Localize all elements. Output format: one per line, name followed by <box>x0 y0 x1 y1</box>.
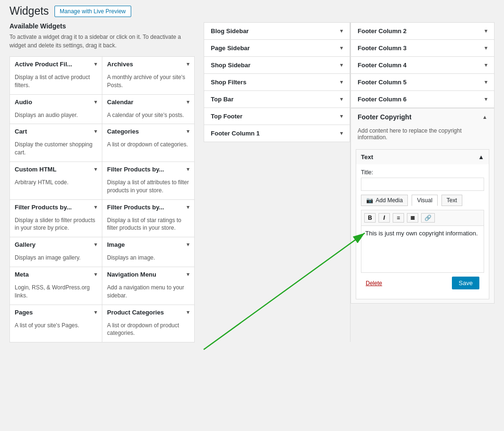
right-sections: Footer Column 2 ▾ Footer Column 3 ▾ Foot… <box>351 22 495 108</box>
title-input[interactable] <box>361 178 484 191</box>
sidebar-header[interactable]: Shop Filters ▾ <box>204 74 350 90</box>
widget-header[interactable]: Active Product Fil... ▾ <box>10 57 102 72</box>
widget-item[interactable]: Cart ▾ Display the customer shopping car… <box>9 124 102 162</box>
text-widget-chevron-up: ▲ <box>478 153 484 161</box>
widget-header[interactable]: Audio ▾ <box>10 95 102 109</box>
widget-item[interactable]: Navigation Menu ▾ Add a navigation menu … <box>102 267 195 305</box>
widget-item[interactable]: Calendar ▾ A calendar of your site's pos… <box>102 94 195 125</box>
widget-desc: A list of your site's Pages. <box>10 320 102 334</box>
text-widget-header[interactable]: Text ▲ <box>356 150 489 164</box>
text-widget: Text ▲ Title: 📷 Add Media Visual Tex <box>356 149 489 299</box>
right-sidebar-name: Footer Column 4 <box>358 62 406 69</box>
widget-name: Image <box>107 241 125 248</box>
unordered-list-button[interactable]: ≡ <box>393 213 404 223</box>
add-media-label: Add Media <box>376 197 403 204</box>
add-media-button[interactable]: 📷 Add Media <box>361 195 408 206</box>
widget-name: Filter Products by... <box>107 204 164 211</box>
link-button[interactable]: 🔗 <box>421 213 435 223</box>
chevron-up-icon: ▲ <box>482 114 487 120</box>
right-sidebar-header[interactable]: Footer Column 5 ▾ <box>351 74 494 90</box>
sidebar-header[interactable]: Blog Sidebar ▾ <box>204 23 350 39</box>
sidebar-header[interactable]: Shop Sidebar ▾ <box>204 57 350 73</box>
sidebar-header[interactable]: Footer Column 1 ▾ <box>204 125 350 142</box>
widget-desc: Display a list of active product filters… <box>10 72 102 94</box>
widget-header[interactable]: Custom HTML ▾ <box>10 162 102 177</box>
widget-desc: Display a list of attributes to filter p… <box>102 177 194 199</box>
chevron-down-icon: ▾ <box>187 61 189 67</box>
chevron-down-icon: ▾ <box>485 28 487 34</box>
chevron-down-icon: ▾ <box>187 204 189 210</box>
right-sidebar-header[interactable]: Footer Column 3 ▾ <box>351 40 494 56</box>
right-sidebar-name: Footer Column 3 <box>358 45 406 52</box>
chevron-down-icon: ▾ <box>94 166 97 172</box>
text-tab-button[interactable]: Text <box>441 195 462 206</box>
sidebar-header[interactable]: Top Bar ▾ <box>204 91 350 108</box>
chevron-down-icon: ▾ <box>340 45 343 51</box>
chevron-down-icon: ▾ <box>94 128 97 135</box>
widget-header[interactable]: Filter Products by... ▾ <box>102 162 194 177</box>
available-widgets-desc: To activate a widget drag it to a sideba… <box>9 33 194 50</box>
widget-header[interactable]: Cart ▾ <box>10 124 102 139</box>
widget-header[interactable]: Gallery ▾ <box>10 237 102 252</box>
visual-tab-button[interactable]: Visual <box>412 195 437 206</box>
footer-copyright-header[interactable]: Footer Copyright ▲ <box>351 108 494 126</box>
save-button[interactable]: Save <box>452 277 479 289</box>
widget-header[interactable]: Pages ▾ <box>10 305 102 320</box>
footer-copyright-section: Footer Copyright ▲ Add content here to r… <box>351 108 495 304</box>
widget-item[interactable]: Audio ▾ Displays an audio player. <box>9 94 102 125</box>
content-area[interactable]: This is just my own copyright informatio… <box>361 225 484 273</box>
ordered-list-button[interactable]: ≣ <box>407 213 418 223</box>
chevron-down-icon: ▾ <box>94 271 97 278</box>
widget-item[interactable]: Archives ▾ A monthly archive of your sit… <box>102 56 195 95</box>
widget-item[interactable]: Filter Products by... ▾ Display a slider… <box>9 199 102 238</box>
sidebar-name: Blog Sidebar <box>211 27 249 35</box>
right-sidebar-name: Footer Column 5 <box>358 79 406 86</box>
widget-item[interactable]: Custom HTML ▾ Arbitrary HTML code. <box>9 162 102 200</box>
widget-desc: Display the customer shopping cart. <box>10 139 102 162</box>
widget-header[interactable]: Navigation Menu ▾ <box>102 267 194 282</box>
widget-header[interactable]: Product Categories ▾ <box>102 305 194 320</box>
widget-item[interactable]: Active Product Fil... ▾ Display a list o… <box>9 56 102 95</box>
sidebar-section: Blog Sidebar ▾ <box>204 22 350 39</box>
widget-item[interactable]: Gallery ▾ Displays an image gallery. <box>9 237 102 267</box>
right-sidebar-header[interactable]: Footer Column 2 ▾ <box>351 23 494 39</box>
widget-item[interactable]: Meta ▾ Login, RSS, & WordPress.org links… <box>9 267 102 305</box>
italic-button[interactable]: I <box>378 213 390 223</box>
sidebar-header[interactable]: Top Footer ▾ <box>204 108 350 125</box>
widget-desc: Displays an image gallery. <box>10 252 102 267</box>
sidebar-header[interactable]: Page Sidebar ▾ <box>204 40 350 56</box>
widget-name: Navigation Menu <box>107 271 156 278</box>
right-sidebar-header[interactable]: Footer Column 6 ▾ <box>351 91 494 108</box>
widget-item[interactable]: Image ▾ Displays an image. <box>102 237 195 267</box>
chevron-down-icon: ▾ <box>340 62 343 68</box>
sidebar-section: Top Footer ▾ <box>204 108 350 125</box>
media-toolbar: 📷 Add Media Visual Text <box>361 195 484 206</box>
widget-item[interactable]: Pages ▾ A list of your site's Pages. <box>9 305 102 343</box>
page-title: Widgets <box>9 5 49 18</box>
chevron-down-icon: ▾ <box>94 309 97 315</box>
widget-item[interactable]: Product Categories ▾ A list or dropdown … <box>102 305 195 343</box>
widget-header[interactable]: Filter Products by... ▾ <box>102 200 194 215</box>
widget-header[interactable]: Image ▾ <box>102 237 194 252</box>
delete-link[interactable]: Delete <box>366 280 382 287</box>
widget-item[interactable]: Filter Products by... ▾ Display a list o… <box>102 199 195 238</box>
sidebar-name: Page Sidebar <box>211 45 250 52</box>
widget-item[interactable]: Categories ▾ A list or dropdown of categ… <box>102 124 195 162</box>
bold-button[interactable]: B <box>364 213 376 223</box>
formatting-bar: B I ≡ ≣ 🔗 <box>361 210 484 225</box>
widget-name: Gallery <box>15 241 36 248</box>
widget-header[interactable]: Meta ▾ <box>10 267 102 282</box>
widget-desc: A list or dropdown of categories. <box>102 139 194 153</box>
widget-header[interactable]: Archives ▾ <box>102 57 194 72</box>
chevron-down-icon: ▾ <box>340 79 343 85</box>
right-sidebar-header[interactable]: Footer Column 4 ▾ <box>351 57 494 73</box>
right-sidebar-section: Footer Column 4 ▾ <box>351 57 494 74</box>
live-preview-button[interactable]: Manage with Live Preview <box>54 6 131 17</box>
widget-header[interactable]: Categories ▾ <box>102 124 194 139</box>
widget-header[interactable]: Calendar ▾ <box>102 95 194 109</box>
widget-name: Meta <box>15 271 29 278</box>
widget-header[interactable]: Filter Products by... ▾ <box>10 200 102 215</box>
chevron-down-icon: ▾ <box>340 130 343 136</box>
widget-item[interactable]: Filter Products by... ▾ Display a list o… <box>102 162 195 200</box>
widget-desc: Login, RSS, & WordPress.org links. <box>10 282 102 305</box>
